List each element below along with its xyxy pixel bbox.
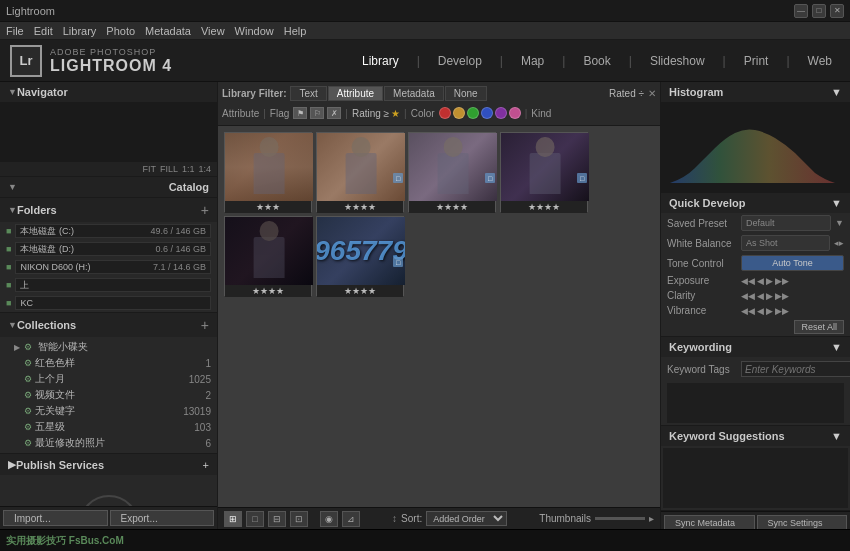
color-dot-yellow[interactable]: [453, 107, 465, 119]
collection-item-recent[interactable]: ⚙ 最近修改的照片 6: [0, 435, 217, 451]
catalog-header[interactable]: ▼ Catalog: [0, 177, 217, 197]
folder-item-h[interactable]: ■ NIKON D600 (H:) 7.1 / 14.6 GB: [0, 258, 217, 276]
qd-preset-control[interactable]: Default: [741, 215, 831, 231]
photo-thumb-3[interactable]: □ ★★★★: [408, 132, 496, 212]
photo-thumb-1[interactable]: ★★★: [224, 132, 312, 212]
survey-view-button[interactable]: ⊡: [290, 511, 308, 527]
nav-develop[interactable]: Develop: [430, 52, 490, 70]
compare-view-button[interactable]: ⊟: [268, 511, 286, 527]
collections-add-button[interactable]: +: [201, 317, 209, 333]
collection-item-video[interactable]: ⚙ 视频文件 2: [0, 387, 217, 403]
collection-item-nokw[interactable]: ⚙ 无关键字 13019: [0, 403, 217, 419]
photo-thumb-6[interactable]: 965779 □ ★★★★: [316, 216, 404, 296]
color-dot-blue[interactable]: [481, 107, 493, 119]
publish-services-header[interactable]: ▶ Publish Services +: [0, 454, 217, 475]
color-dot-pink[interactable]: [509, 107, 521, 119]
folder-item-d[interactable]: ■ 本地磁盘 (D:) 0.6 / 146 GB: [0, 240, 217, 258]
menu-help[interactable]: Help: [284, 25, 307, 37]
qd-exp-inc[interactable]: ▶: [766, 276, 773, 286]
nav-1to1[interactable]: 1:1: [182, 164, 195, 174]
color-dot-purple[interactable]: [495, 107, 507, 119]
publish-empty: ✤: [0, 475, 217, 506]
folders-add-button[interactable]: +: [201, 202, 209, 218]
flag-icon-2[interactable]: ⚐: [310, 107, 324, 119]
kw-tags-input[interactable]: [741, 361, 850, 377]
navigator-header[interactable]: ▼ Navigator: [0, 82, 217, 102]
qd-wb-control[interactable]: As Shot: [741, 235, 830, 251]
import-button[interactable]: Import...: [3, 510, 108, 526]
collection-item-5star[interactable]: ⚙ 五星级 103: [0, 419, 217, 435]
qd-vib-inc[interactable]: ▶: [766, 306, 773, 316]
qd-reset-all-button[interactable]: Reset All: [794, 320, 844, 334]
collection-group-smart[interactable]: ▶ ⚙ 智能小碟夹: [0, 339, 217, 355]
filter-close-icon[interactable]: ✕: [648, 88, 656, 99]
histogram-header[interactable]: Histogram ▼: [661, 82, 850, 102]
photo-thumb-2[interactable]: □ ★★★★: [316, 132, 404, 212]
nav-slideshow[interactable]: Slideshow: [642, 52, 713, 70]
menu-view[interactable]: View: [201, 25, 225, 37]
nav-1to4[interactable]: 1:4: [198, 164, 211, 174]
qd-vib-inc2[interactable]: ▶▶: [775, 306, 789, 316]
people-view-button[interactable]: ◉: [320, 511, 338, 527]
folder-item-up[interactable]: ■ 上: [0, 276, 217, 294]
qd-exposure-label: Exposure: [667, 275, 737, 286]
menu-file[interactable]: File: [6, 25, 24, 37]
qd-exp-dec2[interactable]: ◀◀: [741, 276, 755, 286]
folders-header[interactable]: ▼ Folders +: [0, 198, 217, 222]
nav-book[interactable]: Book: [575, 52, 618, 70]
collection-item-red[interactable]: ⚙ 红色色样 1: [0, 355, 217, 371]
menu-edit[interactable]: Edit: [34, 25, 53, 37]
qd-header[interactable]: Quick Develop ▼: [661, 193, 850, 213]
nav-fill[interactable]: FILL: [160, 164, 178, 174]
photo-thumb-4[interactable]: □ ★★★★: [500, 132, 588, 212]
folder-item-c[interactable]: ■ 本地磁盘 (C:) 49.6 / 146 GB: [0, 222, 217, 240]
qd-cla-dec2[interactable]: ◀◀: [741, 291, 755, 301]
nav-fit[interactable]: FIT: [142, 164, 156, 174]
flag-icon-reject[interactable]: ✗: [327, 107, 341, 119]
keywording-header[interactable]: Keywording ▼: [661, 337, 850, 357]
publish-add-button[interactable]: +: [203, 459, 209, 471]
color-dot-green[interactable]: [467, 107, 479, 119]
nav-library[interactable]: Library: [354, 52, 407, 70]
nav-print[interactable]: Print: [736, 52, 777, 70]
sync-metadata-button[interactable]: Sync Metadata: [664, 515, 755, 529]
qd-vib-dec2[interactable]: ◀◀: [741, 306, 755, 316]
qd-vib-dec[interactable]: ◀: [757, 306, 764, 316]
grid-view-button[interactable]: ⊞: [224, 511, 242, 527]
nav-web[interactable]: Web: [800, 52, 840, 70]
rating-area[interactable]: Rating ≥ ★: [352, 108, 400, 119]
filter-tab-text[interactable]: Text: [290, 86, 326, 101]
maximize-button[interactable]: □: [812, 4, 826, 18]
qd-auto-tone-button[interactable]: Auto Tone: [741, 255, 844, 271]
menu-metadata[interactable]: Metadata: [145, 25, 191, 37]
filter-tab-metadata[interactable]: Metadata: [384, 86, 444, 101]
folder-item-kc[interactable]: ■ KC: [0, 294, 217, 312]
kw-suggestions-header[interactable]: Keyword Suggestions ▼: [661, 426, 850, 446]
collections-header[interactable]: ▼ Collections +: [0, 313, 217, 337]
qd-cla-inc2[interactable]: ▶▶: [775, 291, 789, 301]
photo-thumb-5[interactable]: ★★★★: [224, 216, 312, 296]
filter-rated[interactable]: Rated ÷: [609, 88, 644, 99]
nav-map[interactable]: Map: [513, 52, 552, 70]
collection-item-lastmonth[interactable]: ⚙ 上个月 1025: [0, 371, 217, 387]
qd-exp-inc2[interactable]: ▶▶: [775, 276, 789, 286]
close-button[interactable]: ✕: [830, 4, 844, 18]
qd-cla-dec[interactable]: ◀: [757, 291, 764, 301]
filter-tab-none[interactable]: None: [445, 86, 487, 101]
color-dot-red[interactable]: [439, 107, 451, 119]
filter-tab-attribute[interactable]: Attribute: [328, 86, 383, 101]
export-button[interactable]: Export...: [110, 510, 215, 526]
sync-settings-button[interactable]: Sync Settings: [757, 515, 848, 529]
minimize-button[interactable]: —: [794, 4, 808, 18]
qd-exp-dec[interactable]: ◀: [757, 276, 764, 286]
menu-window[interactable]: Window: [235, 25, 274, 37]
thumbnails-slider[interactable]: [595, 517, 645, 520]
qd-preset-arrow[interactable]: ▼: [835, 218, 844, 228]
flag-icon-1[interactable]: ⚑: [293, 107, 307, 119]
menu-library[interactable]: Library: [63, 25, 97, 37]
filter-view-button[interactable]: ⊿: [342, 511, 360, 527]
menu-photo[interactable]: Photo: [106, 25, 135, 37]
loupe-view-button[interactable]: □: [246, 511, 264, 527]
qd-cla-inc[interactable]: ▶: [766, 291, 773, 301]
sort-select[interactable]: Added Order Capture Time Edit Time Ratin…: [426, 511, 507, 526]
